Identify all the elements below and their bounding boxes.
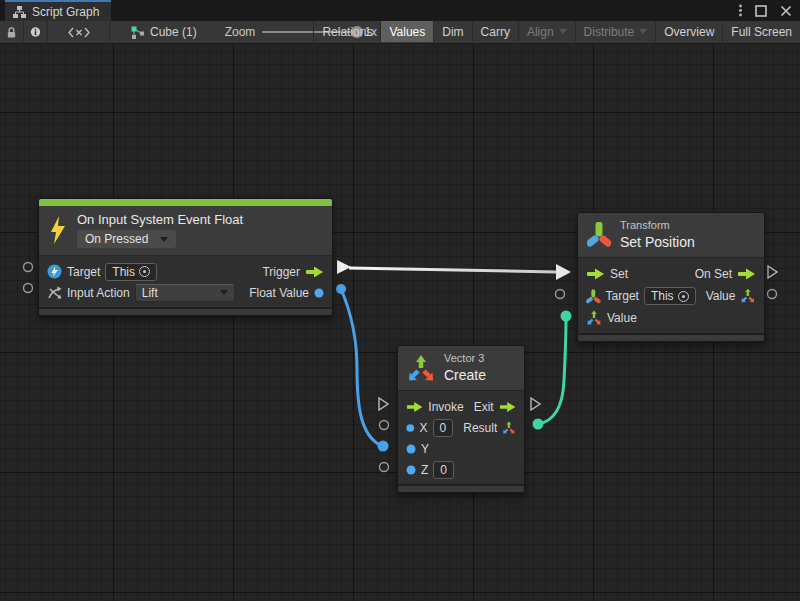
transform-node-footer[interactable] (578, 333, 764, 341)
transform-value-output-port[interactable] (768, 290, 777, 299)
toolbar-right-group: Relations Values Dim Carry Align Distrib… (313, 21, 800, 42)
y-label: Y (421, 442, 429, 456)
menu-kebab-icon[interactable] (739, 4, 742, 17)
x-label: X (420, 421, 428, 435)
flow-arrow-icon (499, 401, 516, 413)
distribute-button[interactable]: Distribute (575, 21, 656, 42)
vector3-node-header[interactable]: Vector 3 Create (398, 346, 524, 391)
info-button[interactable] (24, 21, 48, 43)
event-mode-dropdown[interactable]: On Pressed (77, 230, 176, 248)
on-set-label: On Set (695, 267, 732, 281)
wire-floatvalue-to-y[interactable] (341, 289, 380, 445)
value-dot-icon (314, 288, 324, 298)
tab-bar: Script Graph (0, 0, 800, 21)
event-target-input-port[interactable] (24, 263, 33, 272)
float-value-label: Float Value (249, 286, 309, 300)
event-accent-bar (39, 199, 332, 206)
flow-arrow-icon (406, 401, 423, 413)
graph-toolbar: Cube (1) Zoom 1x Relations Values Dim Ca… (0, 21, 800, 44)
transform-node-title: Set Position (620, 234, 695, 250)
lock-icon (6, 26, 17, 39)
code-view-button[interactable] (48, 21, 110, 43)
z-input-port[interactable] (380, 463, 389, 472)
set-label: Set (610, 267, 628, 281)
flow-arrow-icon (737, 268, 756, 280)
event-inputaction-row: Input Action Lift Float Value (39, 282, 332, 303)
wire-trigger-to-set[interactable] (349, 268, 556, 272)
invoke-input-port[interactable] (379, 398, 388, 410)
node-on-input-system-event-float[interactable]: On Input System Event Float On Pressed T… (38, 198, 333, 316)
relations-button[interactable]: Relations (313, 21, 380, 42)
float-value-output-port[interactable] (336, 284, 346, 294)
target-label: Target (67, 265, 100, 279)
node-transform-set-position[interactable]: Transform Set Position Set On Set (577, 212, 765, 342)
transform-target-field[interactable]: This (644, 287, 696, 305)
vector3-mini-icon (502, 420, 516, 436)
carry-button[interactable]: Carry (472, 21, 518, 42)
zoom-label: Zoom (225, 25, 256, 39)
result-output-port-connected[interactable] (533, 419, 544, 430)
maximize-icon[interactable] (755, 5, 767, 17)
input-action-value: Lift (142, 286, 158, 300)
y-input-port-connected[interactable] (378, 441, 389, 452)
event-node-title: On Input System Event Float (77, 212, 243, 227)
graph-canvas[interactable]: On Input System Event Float On Pressed T… (0, 44, 800, 601)
transform-icon (587, 222, 611, 248)
node-vector3-create[interactable]: Vector 3 Create Invoke Exit (397, 345, 525, 493)
transform-target-input-port[interactable] (556, 290, 565, 299)
dim-button[interactable]: Dim (433, 21, 471, 42)
align-label: Align (527, 25, 554, 39)
vector3-node-footer[interactable] (398, 484, 524, 492)
align-button[interactable]: Align (518, 21, 575, 42)
transform-node-category: Transform (620, 219, 695, 231)
event-unit-icon (47, 264, 62, 279)
graph-target-label: Cube (1) (150, 25, 197, 39)
overview-button[interactable]: Overview (655, 21, 722, 42)
vector3-icon (407, 353, 435, 383)
input-action-dropdown[interactable]: Lift (135, 284, 235, 302)
tab-script-graph[interactable]: Script Graph (5, 0, 111, 21)
exit-label: Exit (474, 400, 494, 414)
event-inputaction-input-port[interactable] (24, 284, 33, 293)
chevron-down-icon (559, 29, 567, 34)
trigger-output-port[interactable] (337, 260, 351, 274)
vector3-z-row: Z 0 (398, 459, 524, 480)
input-action-icon (47, 286, 62, 300)
value-dot-icon (406, 444, 416, 454)
exit-output-port[interactable] (531, 398, 540, 410)
close-icon[interactable] (780, 5, 792, 17)
lightning-bolt-icon (48, 215, 68, 245)
tab-title: Script Graph (32, 5, 99, 19)
wire-result-to-value[interactable] (538, 318, 566, 424)
x-value-field[interactable]: 0 (433, 419, 454, 437)
z-value-field[interactable]: 0 (433, 461, 454, 479)
event-target-row: Target This Trigger (39, 261, 332, 282)
target-object-field[interactable]: This (105, 263, 157, 281)
invoke-label: Invoke (428, 400, 463, 414)
script-graph-icon (12, 5, 27, 19)
trigger-label: Trigger (262, 265, 300, 279)
value-input-port-connected[interactable] (561, 311, 572, 322)
transform-target-value: This (651, 289, 674, 303)
fullscreen-button[interactable]: Full Screen (722, 21, 800, 42)
onset-output-port[interactable] (768, 266, 777, 278)
event-node-header[interactable]: On Input System Event Float On Pressed (39, 206, 332, 256)
vector3-x-row: X 0 Result (398, 417, 524, 438)
vector3-y-row: Y (398, 438, 524, 459)
x-value: 0 (440, 421, 447, 435)
object-picker-icon[interactable] (139, 266, 150, 277)
flow-arrow-icon (305, 266, 324, 278)
chevron-down-icon (220, 290, 228, 295)
window-controls (739, 0, 792, 21)
lock-button[interactable] (0, 21, 24, 43)
values-button[interactable]: Values (380, 21, 433, 42)
distribute-label: Distribute (584, 25, 635, 39)
transform-node-header[interactable]: Transform Set Position (578, 213, 764, 258)
target-object-value: This (112, 265, 135, 279)
flow-arrow-icon (586, 268, 605, 280)
object-picker-icon[interactable] (678, 291, 689, 302)
event-node-footer[interactable] (39, 307, 332, 315)
graph-target-button[interactable]: Cube (1) (124, 21, 203, 43)
x-input-port[interactable] (380, 421, 389, 430)
transform-value-in-label: Value (607, 311, 637, 325)
